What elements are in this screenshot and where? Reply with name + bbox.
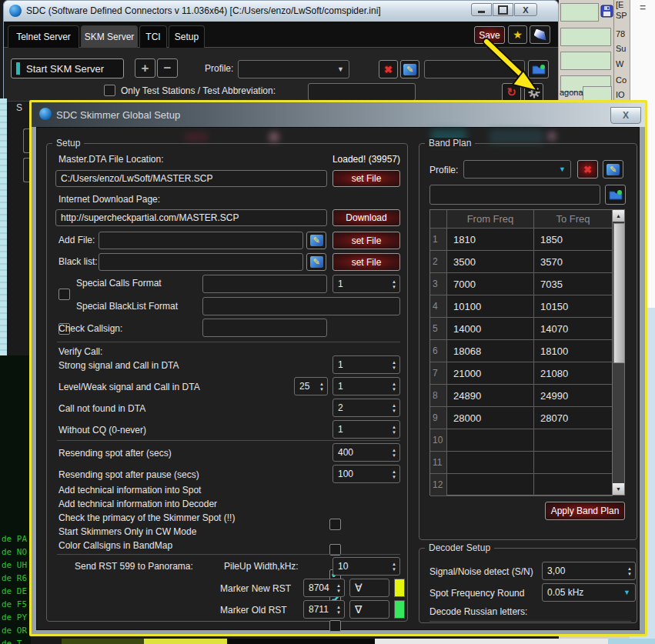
scrollbar-thumb[interactable] — [613, 223, 625, 363]
save-floppy-icon[interactable] — [600, 5, 613, 21]
band-row-number[interactable]: 4 — [430, 295, 447, 318]
scrollbar-up-icon[interactable]: ▲ — [613, 210, 624, 222]
band-row-to-freq[interactable]: 21080 — [534, 362, 613, 385]
spinner-arrows-icon[interactable]: ▲▼ — [389, 378, 399, 395]
marker-old-color-swatch[interactable] — [394, 600, 405, 619]
edit-profile-button[interactable]: ✎ — [400, 60, 419, 78]
start-skm-server-button[interactable]: Start SKM Server — [11, 58, 124, 78]
tech-info-spot-checkbox[interactable] — [329, 519, 341, 530]
band-row-to-freq[interactable]: 18100 — [534, 340, 613, 362]
band-profile-delete-button[interactable]: ✖ — [577, 160, 598, 179]
band-row-number[interactable]: 11 — [430, 452, 447, 474]
band-row-from-freq[interactable]: 24890 — [447, 385, 534, 407]
band-table-corner[interactable] — [430, 210, 447, 229]
strong-signal-spinner[interactable]: 1 ▲▼ — [333, 355, 400, 374]
weak-signal-spinner[interactable]: 1 ▲▼ — [333, 377, 400, 395]
marker-old-spinner[interactable]: 8711 ▲▼ — [303, 600, 345, 619]
only-test-checkbox[interactable] — [104, 85, 115, 96]
marker-new-shape-combo[interactable]: ∀ — [349, 579, 389, 597]
spinner-arrows-icon[interactable]: ▲▼ — [389, 275, 399, 292]
spinner-arrows-icon[interactable]: ▲▼ — [389, 399, 399, 416]
set-file-master-button[interactable]: set File — [333, 170, 400, 187]
scrollbar-down-icon[interactable]: ▼ — [613, 483, 624, 495]
band-row-to-freq[interactable]: 14070 — [534, 318, 613, 340]
set-file-blacklist-button[interactable]: set File — [333, 253, 400, 271]
set-file-add-button[interactable]: set File — [333, 232, 400, 249]
sn-detect-spinner[interactable]: 3,00 ▲▼ — [542, 562, 636, 580]
special-calls-field[interactable] — [202, 275, 327, 293]
spinner-arrows-icon[interactable]: ▲▼ — [389, 421, 399, 438]
band-row-to-freq[interactable]: 10150 — [534, 295, 613, 318]
remove-profile-button[interactable]: − — [157, 58, 178, 78]
delete-profile-button[interactable]: ✖ — [379, 60, 398, 78]
tab-telnet-server[interactable]: Telnet Server — [8, 25, 79, 48]
band-table-header-to[interactable]: To Freq — [534, 210, 613, 229]
close-button[interactable]: X — [514, 3, 537, 16]
band-table-header-from[interactable]: From Freq — [447, 210, 534, 229]
add-profile-button[interactable]: + — [135, 58, 155, 78]
resend-after-spinner[interactable]: 400 ▲▼ — [333, 443, 400, 462]
band-row-to-freq[interactable]: 7035 — [534, 273, 613, 295]
band-row-to-freq[interactable] — [534, 474, 613, 496]
freq-round-combobox[interactable]: 0.05 kHz ▼ — [542, 583, 636, 602]
resend-pause-spinner[interactable]: 100 ▲▼ — [333, 465, 400, 483]
add-file-edit-button[interactable]: ✎ — [306, 232, 326, 249]
spinner-arrows-icon[interactable]: ▲▼ — [389, 558, 399, 575]
band-plan-table[interactable]: From FreqTo Freq118101850235003570370007… — [429, 209, 612, 496]
band-row-from-freq[interactable]: 18068 — [447, 340, 534, 362]
band-table-scrollbar[interactable]: ▲ ▼ — [612, 209, 625, 496]
spinner-arrows-icon[interactable]: ▲▼ — [316, 378, 327, 395]
spinner-arrows-icon[interactable]: ▲▼ — [389, 444, 399, 461]
internet-page-field[interactable]: http://supercheckpartial.com/MASTER.SCP — [55, 209, 327, 226]
band-row-to-freq[interactable] — [534, 429, 613, 452]
band-row-to-freq[interactable]: 28070 — [534, 407, 613, 429]
check-callsign-field[interactable] — [202, 319, 327, 337]
band-row-from-freq[interactable]: 1810 — [447, 229, 534, 251]
marker-new-spinner[interactable]: 8704 ▲▼ — [303, 579, 345, 597]
black-list-edit-button[interactable]: ✎ — [306, 253, 326, 271]
download-button[interactable]: Download — [333, 209, 400, 226]
tab-tci[interactable]: TCI — [139, 25, 167, 48]
band-row-number[interactable]: 7 — [430, 362, 447, 385]
special-calls-checkbox[interactable] — [58, 289, 70, 300]
spinner-arrows-icon[interactable]: ▲▼ — [389, 465, 399, 482]
band-row-number[interactable]: 1 — [430, 229, 447, 251]
band-profile-edit-button[interactable]: ✎ — [603, 160, 623, 179]
band-row-number[interactable]: 3 — [430, 273, 447, 295]
tab-setup[interactable]: Setup — [169, 25, 205, 48]
band-row-to-freq[interactable]: 24990 — [534, 385, 613, 407]
minimize-button[interactable] — [471, 3, 492, 16]
spinner-arrows-icon[interactable]: ▲▼ — [389, 356, 399, 373]
add-file-field[interactable] — [99, 232, 303, 249]
band-row-number[interactable]: 5 — [430, 318, 447, 340]
band-row-from-freq[interactable]: 21000 — [447, 362, 534, 385]
band-profile-name-field[interactable] — [429, 185, 600, 205]
marker-old-shape-combo[interactable]: ∇ — [349, 600, 389, 619]
maximize-button[interactable] — [493, 3, 513, 16]
band-row-number[interactable]: 9 — [430, 407, 447, 429]
band-row-from-freq[interactable]: 7000 — [447, 273, 534, 295]
band-profile-combobox[interactable]: ▼ — [463, 160, 571, 179]
band-open-folder-button[interactable] — [605, 185, 626, 205]
marker-new-color-swatch[interactable] — [394, 579, 405, 597]
band-row-from-freq[interactable] — [447, 474, 534, 496]
special-calls-spinner[interactable]: 1 ▲▼ — [333, 275, 400, 293]
spinner-arrows-icon[interactable]: ▲▼ — [624, 562, 635, 579]
profile-combobox[interactable]: ▼ — [238, 60, 349, 78]
not-found-spinner[interactable]: 2 ▲▼ — [333, 399, 400, 417]
master-dta-path-field[interactable]: C:/Users/enzo/LwSoft/MASTER.SCP — [55, 170, 327, 187]
spinner-arrows-icon[interactable]: ▲▼ — [333, 601, 344, 618]
without-cq-spinner[interactable]: 1 ▲▼ — [333, 420, 400, 439]
band-row-number[interactable]: 8 — [430, 385, 447, 407]
band-row-from-freq[interactable] — [447, 452, 534, 474]
band-row-to-freq[interactable]: 3570 — [534, 251, 613, 273]
band-row-from-freq[interactable] — [447, 429, 534, 452]
band-row-from-freq[interactable]: 28000 — [447, 407, 534, 429]
spinner-arrows-icon[interactable]: ▲▼ — [333, 579, 344, 596]
test-abbreviation-field[interactable] — [308, 83, 416, 101]
band-row-from-freq[interactable]: 14000 — [447, 318, 534, 340]
weak-signal-level-spinner[interactable]: 25 ▲▼ — [294, 377, 328, 395]
black-list-field[interactable] — [99, 253, 303, 271]
band-row-to-freq[interactable] — [534, 452, 613, 474]
dialog-close-button[interactable]: X — [610, 107, 641, 124]
